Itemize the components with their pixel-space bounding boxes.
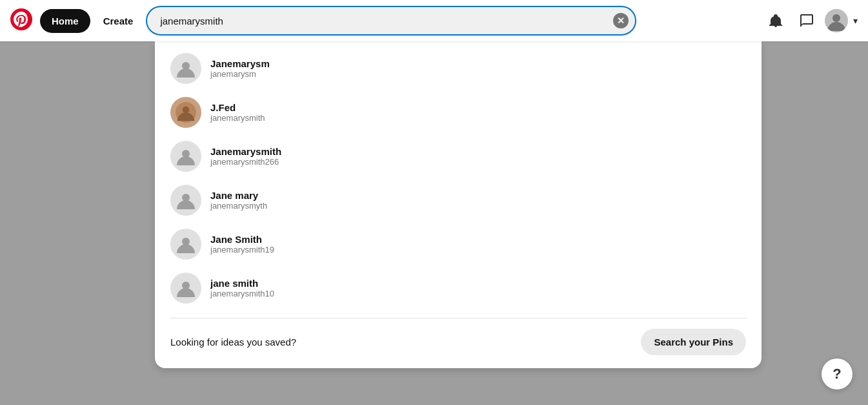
result-text: Janemarysmith janemarysmith266 [210,146,281,167]
result-name: J.Fed [210,102,265,113]
help-icon: ? [833,366,841,382]
result-name: Janemarysm [210,58,270,69]
result-name: Janemarysmith [210,146,281,157]
result-text: jane smith janemarysmith10 [210,278,274,298]
search-dropdown: Janemarysm janemarysm J.Fed janemarysmit… [155,41,762,368]
bottom-row: Looking for ideas you saved? Search your… [155,318,762,368]
search-pins-button[interactable]: Search your Pins [641,329,746,355]
pinterest-logo[interactable] [10,8,32,33]
list-item[interactable]: J.Fed janemarysmith [155,90,762,134]
list-item[interactable]: Jane Smith janemarysmith19 [155,222,762,266]
result-username: janemarysmith [210,113,265,123]
avatar [170,185,201,216]
result-username: janemarysm [210,69,270,79]
result-text: Jane mary janemarysmyth [210,190,267,211]
avatar [170,53,201,84]
home-button[interactable]: Home [40,9,90,33]
search-clear-button[interactable]: ✕ [613,13,629,28]
result-name: Jane mary [210,190,267,201]
result-username: janemarysmith10 [210,289,274,298]
looking-text: Looking for ideas you saved? [170,337,296,348]
bell-icon [768,13,783,28]
search-container: ✕ [146,6,636,36]
avatar [170,229,201,260]
header-right: ▾ [763,8,858,34]
avatar [170,97,201,128]
help-button[interactable]: ? [822,358,853,389]
list-item[interactable]: Janemarysm janemarysm [155,47,762,90]
user-avatar-button[interactable] [825,9,848,32]
svg-point-5 [183,107,190,114]
result-text: J.Fed janemarysmith [210,102,265,123]
header: Home Create ✕ ▾ [0,0,868,41]
chat-icon [799,13,814,28]
list-item[interactable]: Janemarysmith janemarysmith266 [155,134,762,178]
result-username: janemarysmith19 [210,245,274,254]
result-name: Jane Smith [210,234,274,245]
avatar [170,141,201,172]
messages-button[interactable] [794,8,820,34]
result-name: jane smith [210,278,274,289]
create-button[interactable]: Create [98,9,139,33]
search-input[interactable] [146,6,636,36]
result-username: janemarysmith266 [210,157,281,167]
result-text: Jane Smith janemarysmith19 [210,234,274,254]
result-username: janemarysmyth [210,201,267,211]
avatar [170,273,201,304]
notifications-button[interactable] [763,8,789,34]
list-item[interactable]: jane smith janemarysmith10 [155,266,762,310]
user-menu-chevron[interactable]: ▾ [853,16,858,26]
svg-point-2 [833,14,840,22]
result-text: Janemarysm janemarysm [210,58,270,79]
list-item[interactable]: Jane mary janemarysmyth [155,178,762,222]
